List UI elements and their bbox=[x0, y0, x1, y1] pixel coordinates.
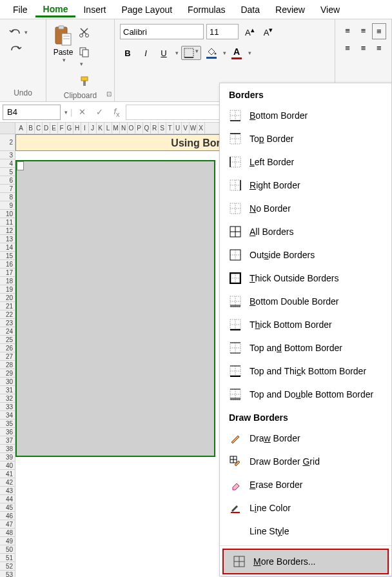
col-header[interactable]: U bbox=[174, 123, 182, 134]
row-header[interactable]: 4 bbox=[0, 159, 15, 168]
row-header[interactable]: 39 bbox=[0, 453, 15, 461]
col-header[interactable]: P bbox=[135, 123, 143, 134]
menu-item-thick-outside[interactable]: Thick Outside Borders bbox=[220, 267, 391, 290]
selection-range[interactable] bbox=[15, 160, 215, 457]
decrease-font-button[interactable]: A▾ bbox=[260, 23, 277, 40]
row-header[interactable]: 12 bbox=[0, 227, 15, 235]
row-header[interactable]: 50 bbox=[0, 545, 15, 554]
menu-item-left[interactable]: Left Border bbox=[220, 150, 391, 174]
menubar-item-file[interactable]: File bbox=[5, 2, 35, 17]
row-header[interactable]: 16 bbox=[0, 260, 15, 268]
menu-item-line-style[interactable]: Line Style bbox=[220, 520, 391, 543]
row-header[interactable]: 17 bbox=[0, 268, 15, 277]
dialog-launcher-icon[interactable]: ⊡ bbox=[106, 90, 112, 97]
chevron-down-icon[interactable]: ▾ bbox=[64, 109, 68, 116]
menubar-item-formulas[interactable]: Formulas bbox=[180, 2, 233, 17]
row-header[interactable]: 31 bbox=[0, 386, 15, 394]
row-header[interactable]: 15 bbox=[0, 252, 15, 260]
col-header[interactable]: B bbox=[27, 123, 35, 134]
row-header[interactable]: 37 bbox=[0, 436, 15, 445]
col-header[interactable]: E bbox=[50, 123, 58, 134]
row-header[interactable]: 43 bbox=[0, 487, 15, 495]
align-bottom-button[interactable]: ≡ bbox=[372, 23, 386, 39]
row-header[interactable]: 10 bbox=[0, 210, 15, 218]
copy-button[interactable]: ▾ bbox=[77, 45, 92, 69]
col-header[interactable]: F bbox=[58, 123, 66, 134]
col-header[interactable]: C bbox=[35, 123, 43, 134]
redo-button[interactable] bbox=[8, 43, 38, 56]
menubar-item-view[interactable]: View bbox=[313, 2, 348, 17]
row-header[interactable]: 26 bbox=[0, 344, 15, 352]
format-painter-button[interactable] bbox=[77, 74, 92, 88]
row-header[interactable]: 36 bbox=[0, 428, 15, 436]
col-header[interactable]: I bbox=[81, 123, 89, 134]
row-header[interactable]: 13 bbox=[0, 235, 15, 243]
menu-item-top-bottom[interactable]: Top and Bottom Border bbox=[220, 336, 391, 359]
row-header[interactable]: 28 bbox=[0, 361, 15, 369]
underline-button[interactable]: U bbox=[156, 46, 172, 61]
menu-item-draw[interactable]: Draw Border bbox=[220, 427, 391, 450]
row-header[interactable]: 29 bbox=[0, 369, 15, 378]
name-box[interactable] bbox=[3, 105, 61, 120]
row-header[interactable]: 35 bbox=[0, 420, 15, 428]
font-name-select[interactable] bbox=[120, 24, 204, 39]
row-header[interactable]: 42 bbox=[0, 478, 15, 487]
col-header[interactable]: N bbox=[120, 123, 128, 134]
menu-item-line-color[interactable]: Line Color bbox=[220, 496, 391, 520]
font-color-button[interactable]: A bbox=[229, 45, 244, 61]
row-header[interactable]: 9 bbox=[0, 201, 15, 210]
cancel-formula-button[interactable]: ✕ bbox=[75, 106, 90, 118]
select-all-cell[interactable] bbox=[0, 123, 15, 134]
row-header[interactable]: 46 bbox=[0, 512, 15, 520]
row-header[interactable]: 32 bbox=[0, 394, 15, 403]
increase-font-button[interactable]: A▴ bbox=[241, 23, 259, 40]
col-header[interactable]: K bbox=[97, 123, 104, 134]
menu-item-top-thick-bottom[interactable]: Top and Thick Bottom Border bbox=[220, 359, 391, 383]
menu-item-top-double-bottom[interactable]: Top and Double Bottom Border bbox=[220, 383, 391, 406]
menubar-item-insert[interactable]: Insert bbox=[75, 2, 113, 17]
undo-button[interactable]: ▾ bbox=[8, 26, 38, 39]
row-header[interactable]: 51 bbox=[0, 554, 15, 562]
col-header[interactable]: D bbox=[43, 123, 50, 134]
insert-function-button[interactable]: fx bbox=[110, 105, 123, 119]
row-header[interactable]: 25 bbox=[0, 336, 15, 344]
italic-button[interactable]: I bbox=[138, 46, 153, 61]
row-header[interactable]: 21 bbox=[0, 302, 15, 310]
row-header[interactable]: 30 bbox=[0, 378, 15, 386]
menu-item-top[interactable]: Top Border bbox=[220, 127, 391, 150]
col-header[interactable]: T bbox=[166, 123, 174, 134]
row-header[interactable]: 23 bbox=[0, 319, 15, 327]
row-header[interactable]: 38 bbox=[0, 445, 15, 453]
col-header[interactable]: V bbox=[182, 123, 190, 134]
col-header[interactable]: Q bbox=[143, 123, 151, 134]
align-center-button[interactable]: ≡ bbox=[356, 41, 370, 56]
row-header[interactable]: 5 bbox=[0, 168, 15, 176]
enter-formula-button[interactable]: ✓ bbox=[92, 106, 107, 118]
align-middle-button[interactable]: ≡ bbox=[356, 23, 370, 39]
row-header[interactable]: 3 bbox=[0, 151, 15, 159]
col-header[interactable]: S bbox=[159, 123, 166, 134]
row-header[interactable]: 2 bbox=[0, 134, 15, 151]
col-header[interactable]: L bbox=[104, 123, 112, 134]
menubar-item-page-layout[interactable]: Page Layout bbox=[113, 2, 180, 17]
menu-item-bottom-double[interactable]: Bottom Double Border bbox=[220, 290, 391, 313]
menu-item-outside[interactable]: Outside Borders bbox=[220, 243, 391, 267]
row-header[interactable]: 27 bbox=[0, 352, 15, 361]
row-header[interactable]: 40 bbox=[0, 461, 15, 470]
row-header[interactable]: 19 bbox=[0, 285, 15, 294]
row-header[interactable]: 8 bbox=[0, 193, 15, 201]
row-header[interactable]: 44 bbox=[0, 495, 15, 503]
row-header[interactable]: 47 bbox=[0, 520, 15, 529]
row-header[interactable]: 34 bbox=[0, 411, 15, 420]
menubar-item-data[interactable]: Data bbox=[233, 2, 268, 17]
row-header[interactable]: 20 bbox=[0, 294, 15, 302]
font-size-select[interactable] bbox=[206, 24, 239, 39]
col-header[interactable]: A bbox=[15, 123, 27, 134]
borders-button[interactable]: ▾ bbox=[181, 46, 201, 60]
col-header[interactable]: O bbox=[128, 123, 135, 134]
row-header[interactable]: 11 bbox=[0, 218, 15, 227]
row-header[interactable]: 49 bbox=[0, 537, 15, 545]
row-header[interactable]: 14 bbox=[0, 243, 15, 252]
row-header[interactable]: 52 bbox=[0, 562, 15, 571]
menu-item-erase[interactable]: Erase Border bbox=[220, 473, 391, 496]
